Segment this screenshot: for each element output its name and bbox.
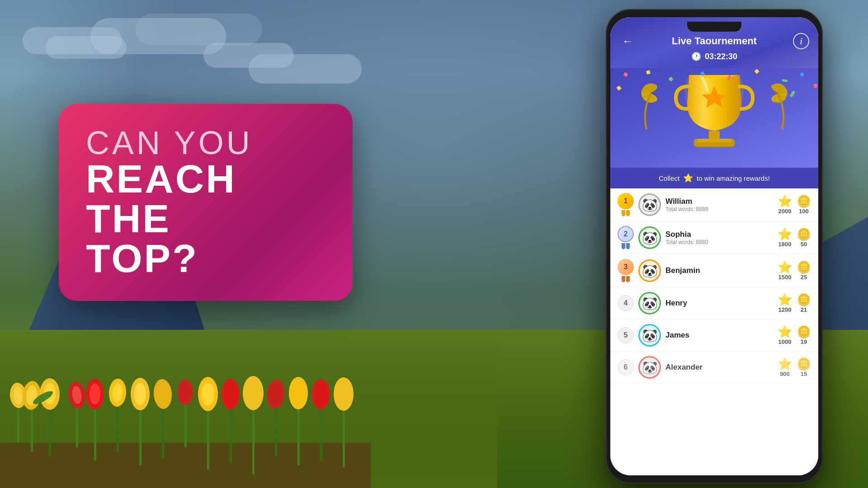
player-words-william: Total words: 8888	[665, 206, 773, 212]
player-info-james: James	[665, 331, 773, 340]
player-info-henry: Henry	[665, 299, 773, 308]
cloud-6	[136, 14, 262, 45]
leader-row-3: 3 🐼 Benjamin ⭐ 1500	[610, 254, 818, 287]
coin-icon-6: 🪙	[797, 358, 811, 370]
score-num-3: 1500	[778, 274, 792, 281]
back-button[interactable]: ←	[619, 33, 636, 49]
player-name-william: William	[665, 197, 773, 206]
avatar-henry: 🐼	[638, 292, 661, 314]
avatar-william: 🐼	[638, 193, 661, 216]
app-title: Live Taournement	[636, 35, 793, 47]
avatar-alexander: 🐼	[638, 356, 661, 379]
timer-icon: 🕐	[691, 52, 701, 61]
timer-value: 03:22:30	[705, 52, 737, 61]
timer-row: 🕐 03:22:30	[619, 52, 809, 61]
coin-num-1: 100	[799, 208, 809, 215]
coins-james: 🪙 19	[797, 326, 811, 345]
star-icon-3: ⭐	[778, 261, 792, 273]
promo-panel: CAN YOU REACH THE TOP?	[59, 104, 353, 285]
collect-text-after: to win amazing rewards!	[697, 174, 770, 182]
player-name-sophia: Sophia	[665, 230, 773, 239]
avatar-sophia: 🐼	[638, 226, 661, 249]
player-name-henry: Henry	[665, 299, 773, 308]
coin-icon-3: 🪙	[797, 261, 811, 273]
score-alexander: ⭐ 900	[778, 358, 792, 377]
score-num-2: 1800	[778, 241, 792, 248]
score-james: ⭐ 1000	[778, 326, 792, 345]
leader-row-1: 1 🐼 William Total words: 8888	[610, 188, 818, 221]
score-henry: ⭐ 1200	[778, 294, 792, 313]
coins-william: 🪙 100	[797, 195, 811, 215]
coin-icon-1: 🪙	[797, 195, 811, 207]
phone-screen: ← Live Taournement i 🕐 03:22:30	[610, 17, 818, 475]
coins-sophia: 🪙 50	[797, 228, 811, 248]
coins-henry: 🪙 21	[797, 294, 811, 313]
trophy-svg	[628, 75, 800, 156]
coin-num-3: 25	[801, 274, 807, 281]
phone-notch	[687, 22, 741, 32]
rank-badge-5: 5	[618, 327, 634, 343]
rank-badge-3: 3	[618, 259, 634, 275]
collect-text-before: Collect	[659, 174, 679, 182]
info-button[interactable]: i	[793, 33, 809, 49]
coin-num-4: 21	[801, 306, 807, 313]
leader-row-2: 2 🐼 Sophia Total words: 8880	[610, 221, 818, 254]
collect-bar: Collect ⭐ to win amazing rewards!	[610, 168, 818, 188]
leader-row-4: 4 🐼 Henry ⭐ 1200 🪙 21	[610, 287, 818, 319]
rank-badge-2: 2	[618, 226, 634, 242]
phone-body: ← Live Taournement i 🕐 03:22:30	[606, 9, 823, 483]
star-icon-5: ⭐	[778, 326, 792, 338]
coin-num-2: 50	[801, 241, 807, 248]
app-content: ← Live Taournement i 🕐 03:22:30	[610, 17, 818, 475]
player-name-benjamin: Benjamin	[665, 266, 773, 275]
trophy-area	[610, 68, 818, 168]
trophy-container	[628, 75, 800, 156]
score-sophia: ⭐ 1800	[778, 228, 792, 248]
promo-box: CAN YOU REACH THE TOP?	[59, 104, 353, 301]
score-william: ⭐ 2000	[778, 195, 792, 215]
coins-alexander: 🪙 15	[797, 358, 811, 377]
player-name-alexander: Alexander	[665, 363, 773, 372]
player-info-alexander: Alexander	[665, 363, 773, 372]
avatar-james: 🐼	[638, 324, 661, 347]
coin-num-5: 19	[801, 338, 807, 345]
coin-icon-4: 🪙	[797, 294, 811, 305]
collect-star-icon: ⭐	[683, 173, 693, 183]
tulip-area	[0, 330, 497, 488]
cloud-3	[45, 36, 127, 59]
star-icon-6: ⭐	[778, 358, 792, 370]
score-num-5: 1000	[778, 338, 792, 345]
star-icon-1: ⭐	[778, 195, 792, 207]
promo-line3: TOP?	[86, 239, 198, 278]
score-num-1: 2000	[778, 208, 792, 215]
score-num-4: 1200	[778, 306, 792, 313]
rank-badge-4: 4	[618, 295, 634, 311]
leaderboard: 1 🐼 William Total words: 8888	[610, 188, 818, 475]
player-info-william: William Total words: 8888	[665, 197, 773, 212]
rank-badge-1: 1	[618, 193, 634, 209]
rank-badge-6: 6	[618, 359, 634, 375]
cloud-5	[203, 43, 294, 68]
coin-icon-2: 🪙	[797, 228, 811, 240]
score-benjamin: ⭐ 1500	[778, 261, 792, 281]
avatar-benjamin: 🐼	[638, 259, 661, 282]
coins-benjamin: 🪙 25	[797, 261, 811, 281]
leader-row-5: 5 🐼 James ⭐ 1000 🪙 19	[610, 319, 818, 352]
score-num-6: 900	[780, 371, 790, 377]
leader-row-6: 6 🐼 Alexander ⭐ 900 🪙 15	[610, 352, 818, 384]
svg-rect-63	[697, 139, 731, 142]
player-words-sophia: Total words: 8880	[665, 239, 773, 245]
player-info-benjamin: Benjamin	[665, 266, 773, 275]
star-icon-4: ⭐	[778, 294, 792, 305]
player-name-james: James	[665, 331, 773, 340]
promo-line1: CAN YOU	[86, 127, 253, 159]
coin-num-6: 15	[801, 371, 807, 377]
star-icon-2: ⭐	[778, 228, 792, 240]
player-info-sophia: Sophia Total words: 8880	[665, 230, 773, 245]
coin-icon-5: 🪙	[797, 326, 811, 338]
header-nav: ← Live Taournement i	[619, 33, 809, 49]
promo-line2: REACH THE	[86, 159, 326, 239]
svg-rect-61	[709, 131, 720, 139]
phone-device: ← Live Taournement i 🕐 03:22:30	[606, 9, 823, 483]
